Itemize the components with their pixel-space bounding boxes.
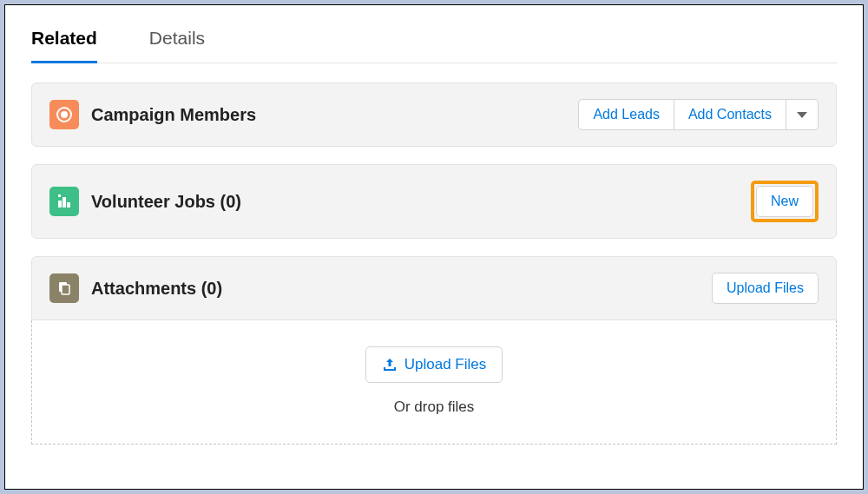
attachments-header: Attachments (0) Upload Files [32, 257, 836, 319]
new-button-highlight: New [751, 181, 819, 222]
chevron-down-icon [797, 112, 807, 118]
volunteer-jobs-header-left: Volunteer Jobs (0) [49, 187, 751, 216]
attachments-title: Attachments (0) [91, 279, 222, 299]
file-drop-zone[interactable]: Upload Files Or drop files [31, 320, 837, 445]
tab-related[interactable]: Related [31, 17, 97, 63]
volunteer-jobs-title: Volunteer Jobs (0) [91, 192, 241, 212]
drop-files-text: Or drop files [49, 398, 819, 416]
page-container: Related Details Campaign Members Add Lea… [4, 4, 864, 490]
tab-details[interactable]: Details [149, 17, 205, 63]
campaign-members-header-left: Campaign Members [49, 100, 578, 129]
campaign-members-icon [49, 100, 79, 129]
volunteer-jobs-header: Volunteer Jobs (0) New [32, 165, 836, 238]
campaign-members-more-button[interactable] [786, 99, 819, 130]
tab-bar: Related Details [31, 17, 837, 63]
upload-icon [382, 357, 398, 372]
upload-files-button[interactable]: Upload Files [712, 273, 819, 304]
attachments-header-left: Attachments (0) [49, 273, 712, 303]
campaign-members-title: Campaign Members [91, 105, 256, 125]
svg-rect-4 [67, 202, 70, 207]
add-contacts-button[interactable]: Add Contacts [674, 99, 786, 130]
new-volunteer-job-button[interactable]: New [756, 186, 813, 217]
svg-rect-3 [62, 197, 66, 207]
campaign-members-card: Campaign Members Add Leads Add Contacts [31, 82, 837, 147]
upload-files-center-label: Upload Files [404, 356, 487, 373]
volunteer-jobs-icon [49, 187, 79, 216]
svg-point-1 [61, 111, 68, 118]
attachments-icon [49, 273, 79, 303]
upload-files-center-button[interactable]: Upload Files [365, 346, 503, 383]
campaign-members-header: Campaign Members Add Leads Add Contacts [32, 83, 836, 146]
attachments-card: Attachments (0) Upload Files [31, 256, 837, 320]
svg-rect-7 [62, 285, 69, 294]
volunteer-jobs-card: Volunteer Jobs (0) New [31, 164, 837, 239]
svg-rect-5 [58, 194, 61, 197]
campaign-members-buttons: Add Leads Add Contacts [578, 99, 819, 130]
add-leads-button[interactable]: Add Leads [578, 99, 674, 130]
svg-rect-2 [58, 201, 62, 207]
